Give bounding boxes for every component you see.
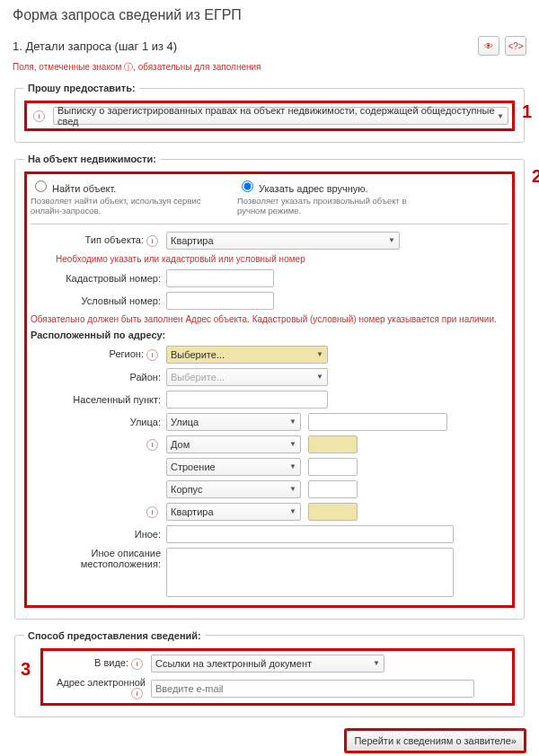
highlight-box-3: В виде:i Ссылки на электронный документ … xyxy=(40,648,515,707)
object-section: На объект недвижимости: 2 Найти объект. … xyxy=(14,154,525,620)
delivery-section: Способ предоставления сведений: 3 В виде… xyxy=(14,630,525,718)
chevron-down-icon: ▼ xyxy=(316,350,323,358)
district-value: Выберите... xyxy=(171,372,225,382)
radio-manual-label: Указать адрес вручную. xyxy=(259,183,368,194)
marker-1: 1 xyxy=(522,101,532,122)
district-label: Район: xyxy=(31,372,166,382)
chevron-down-icon: ▼ xyxy=(289,485,296,493)
other-desc-textarea[interactable] xyxy=(166,548,454,597)
apartment-type-select[interactable]: Квартира ▼ xyxy=(166,503,301,521)
highlight-box-1: i Выписку о зарегистрированных правах на… xyxy=(24,101,515,131)
settlement-label: Населенный пункт: xyxy=(31,394,166,405)
address-subhead: Расположенный по адресу: xyxy=(31,330,508,340)
cadastral-note: Необходимо указать или кадастровый или у… xyxy=(56,254,508,264)
chevron-down-icon: ▼ xyxy=(289,507,296,515)
email-label: Адрес электроннойi xyxy=(47,677,151,700)
page-title: Форма запроса сведений из ЕГРП xyxy=(13,7,526,23)
chevron-down-icon: ▼ xyxy=(289,440,296,448)
chevron-down-icon: ▼ xyxy=(373,659,380,667)
street-type-select[interactable]: Улица ▼ xyxy=(166,413,301,431)
building-number-input[interactable] xyxy=(308,458,358,476)
cadastral-label: Кадастровый номер: xyxy=(31,273,166,284)
marker-3: 3 xyxy=(21,659,31,680)
conditional-input[interactable] xyxy=(166,292,274,310)
marker-2: 2 xyxy=(532,166,539,187)
step-title: 1. Детали запроса (шаг 1 из 4) xyxy=(13,40,177,53)
radio-find-desc: Позволяет найти объект, используя сервис… xyxy=(31,196,210,216)
cadastral-input[interactable] xyxy=(166,269,274,287)
apartment-number-input[interactable] xyxy=(308,503,358,521)
other-label: Иное: xyxy=(31,529,166,540)
info-icon: i xyxy=(146,506,158,518)
street-type-value: Улица xyxy=(171,417,199,427)
house-type-select[interactable]: Дом ▼ xyxy=(166,435,301,453)
info-icon: i xyxy=(33,110,45,122)
provide-section: Прошу предоставить: i Выписку о зарегист… xyxy=(14,83,525,143)
other-desc-label: Иное описание местоположения: xyxy=(31,548,166,569)
provide-legend: Прошу предоставить: xyxy=(24,83,139,93)
radio-find-object[interactable]: Найти объект. xyxy=(31,183,116,194)
delivery-form-value: Ссылки на электронный документ xyxy=(155,658,312,669)
korpus-number-input[interactable] xyxy=(308,480,358,498)
house-number-input[interactable] xyxy=(308,435,358,453)
radio-find-label: Найти объект. xyxy=(52,183,116,194)
building-type-value: Строение xyxy=(171,462,216,472)
apartment-type-value: Квартира xyxy=(171,506,214,517)
document-type-value: Выписку о зарегистрированных правах на о… xyxy=(57,105,497,127)
region-label: Регион:i xyxy=(31,348,166,361)
radio-manual-input[interactable] xyxy=(242,180,253,192)
street-label: Улица: xyxy=(31,417,166,427)
chevron-down-icon: ▼ xyxy=(289,418,296,426)
conditional-label: Условный номер: xyxy=(31,295,166,306)
highlight-box-2: Найти объект. Позволяет найти объект, ис… xyxy=(24,171,515,608)
korpus-type-select[interactable]: Корпус ▼ xyxy=(166,480,301,498)
chevron-down-icon: ▼ xyxy=(289,462,296,470)
chevron-down-icon: ▼ xyxy=(388,236,395,244)
district-select[interactable]: Выберите... ▼ xyxy=(166,368,328,386)
info-icon: i xyxy=(131,658,143,670)
object-type-select[interactable]: Квартира ▼ xyxy=(166,232,400,250)
required-fields-note: Поля, отмеченные знаком ⓘ, обязательны д… xyxy=(13,61,526,74)
info-icon: i xyxy=(146,235,158,247)
code-icon-button[interactable]: <?> xyxy=(505,36,526,56)
object-type-label: Тип объекта:i xyxy=(31,234,166,247)
object-type-value: Квартира xyxy=(171,235,214,246)
street-name-input[interactable] xyxy=(308,413,447,431)
delivery-form-select[interactable]: Ссылки на электронный документ ▼ xyxy=(151,655,384,672)
info-icon: i xyxy=(146,349,158,361)
house-info-icon-left: i xyxy=(31,438,166,451)
info-icon: i xyxy=(131,688,143,699)
next-button[interactable]: Перейти к сведениям о заявителе» xyxy=(344,728,526,753)
apartment-info-icon-left: i xyxy=(31,505,166,518)
region-select[interactable]: Выберите... ▼ xyxy=(166,346,328,364)
radio-find-input[interactable] xyxy=(35,180,47,192)
chevron-down-icon: ▼ xyxy=(497,112,504,120)
korpus-type-value: Корпус xyxy=(171,484,202,495)
delivery-form-label: В виде:i xyxy=(47,657,151,670)
info-icon: i xyxy=(146,439,158,451)
radio-manual[interactable]: Указать адрес вручную. xyxy=(237,183,368,194)
region-value: Выберите... xyxy=(171,349,225,360)
document-type-select[interactable]: Выписку о зарегистрированных правах на о… xyxy=(53,107,508,125)
house-type-value: Дом xyxy=(171,439,190,450)
delivery-legend: Способ предоставления сведений: xyxy=(24,630,205,641)
settlement-input[interactable] xyxy=(166,391,328,409)
building-type-select[interactable]: Строение ▼ xyxy=(166,458,301,476)
object-legend: На объект недвижимости: xyxy=(24,154,160,164)
address-required-note: Обязательно должен быть заполнен Адрес о… xyxy=(31,314,508,324)
eye-icon-button[interactable]: 👁 xyxy=(478,36,499,56)
radio-manual-desc: Позволяет указать произвольный объект в … xyxy=(237,196,417,216)
chevron-down-icon: ▼ xyxy=(316,373,323,381)
email-input[interactable] xyxy=(151,680,474,698)
other-input[interactable] xyxy=(166,525,454,543)
